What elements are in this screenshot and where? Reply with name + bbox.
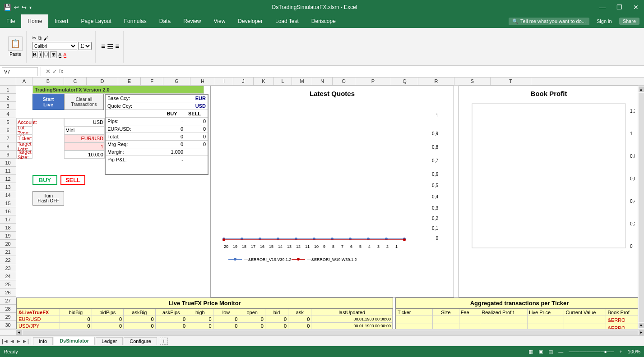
cell-c5[interactable]: USD: [64, 118, 105, 126]
col-header-l[interactable]: L: [274, 78, 292, 85]
horizontal-scrollbar[interactable]: ◄ ►: [0, 329, 644, 335]
zoom-out-button[interactable]: —: [558, 349, 563, 354]
zoom-slider[interactable]: ──────────●──: [569, 349, 614, 354]
undo-icon[interactable]: ↩: [14, 4, 19, 11]
copy-icon[interactable]: ⧉: [38, 35, 42, 41]
maximize-button[interactable]: ❐: [615, 4, 624, 11]
cell-b5[interactable]: [32, 118, 64, 126]
col-header-o[interactable]: O: [333, 78, 355, 85]
turn-flash-button[interactable]: TurnFlash OFF: [32, 191, 64, 206]
tab-home[interactable]: Home: [21, 14, 48, 28]
col-header-s[interactable]: S: [454, 78, 491, 85]
scroll-thumb[interactable]: [639, 93, 644, 322]
scroll-up-button[interactable]: ▲: [639, 87, 644, 92]
tab-configure[interactable]: Configure: [124, 337, 157, 345]
align-left-icon[interactable]: ≡: [101, 42, 105, 51]
tab-nav-buttons[interactable]: |◄ ◄ ► ►|: [0, 337, 31, 345]
col-header-q[interactable]: Q: [391, 78, 418, 85]
col-header-p[interactable]: P: [355, 78, 391, 85]
col-header-b[interactable]: B: [32, 78, 64, 85]
col-header-m[interactable]: M: [292, 78, 312, 85]
tab-nav-first[interactable]: |◄: [2, 338, 9, 344]
tab-nav-next[interactable]: ►: [16, 338, 21, 344]
font-size-select[interactable]: 11: [78, 42, 92, 50]
hscroll-thumb[interactable]: [23, 330, 638, 335]
col-header-h[interactable]: H: [190, 78, 215, 85]
ribbon-search[interactable]: Tell me what you want to do...: [520, 18, 586, 24]
redo-icon[interactable]: ↪: [22, 4, 27, 11]
buy-button[interactable]: BUY: [32, 175, 57, 185]
tab-insert[interactable]: Insert: [48, 14, 74, 28]
grid-area[interactable]: TradingSimulatorFX Version 2.0 StartLive…: [16, 86, 638, 329]
quick-access-toolbar[interactable]: 💾 ↩ ↪ ▾: [4, 4, 32, 11]
tab-developer[interactable]: Developer: [232, 14, 269, 28]
sell-button[interactable]: SELL: [60, 175, 85, 185]
cell-a6[interactable]: Lot Type:: [16, 126, 32, 134]
tab-data[interactable]: Data: [153, 14, 177, 28]
minimize-button[interactable]: —: [598, 4, 607, 11]
name-box[interactable]: V7: [2, 67, 38, 76]
tab-ledger[interactable]: Ledger: [96, 337, 123, 345]
formula-input[interactable]: [67, 69, 642, 74]
font-family-select[interactable]: Calibri: [32, 42, 77, 50]
save-icon[interactable]: 💾: [4, 4, 11, 11]
cancel-formula-icon[interactable]: ✕: [46, 68, 51, 75]
col-header-r[interactable]: R: [418, 78, 454, 85]
share-button[interactable]: Share: [619, 18, 639, 25]
scroll-right-button[interactable]: ►: [639, 330, 644, 335]
underline-button[interactable]: U: [43, 51, 49, 58]
cell-c6[interactable]: Mini: [64, 126, 105, 134]
tab-file[interactable]: File: [0, 14, 21, 28]
add-sheet-button[interactable]: +: [160, 338, 168, 345]
col-header-c[interactable]: C: [64, 78, 87, 85]
tab-dssimulator[interactable]: DsSimulator: [54, 337, 95, 345]
col-header-f[interactable]: F: [141, 78, 163, 85]
scroll-down-button[interactable]: ▼: [639, 323, 644, 328]
tab-view[interactable]: View: [208, 14, 232, 28]
start-live-button[interactable]: StartLive: [32, 94, 64, 110]
col-header-k[interactable]: K: [254, 78, 274, 85]
bold-button[interactable]: B: [32, 51, 37, 58]
confirm-formula-icon[interactable]: ✓: [52, 68, 57, 75]
col-header-j[interactable]: J: [233, 78, 254, 85]
vertical-scrollbar[interactable]: ▲ ▼: [638, 86, 644, 329]
cell-a9[interactable]: Target Size:: [16, 151, 32, 159]
col-header-a[interactable]: A: [16, 78, 32, 85]
font-color-button[interactable]: A̲: [63, 52, 67, 58]
tab-load-test[interactable]: Load Test: [269, 14, 305, 28]
col-header-e[interactable]: E: [118, 78, 141, 85]
cell-c8[interactable]: 1: [64, 142, 105, 151]
col-header-n[interactable]: N: [312, 78, 333, 85]
close-button[interactable]: ✕: [631, 4, 640, 11]
cell-c7[interactable]: EUR/USD: [64, 134, 105, 142]
page-layout-icon[interactable]: ▦: [528, 349, 533, 355]
format-painter-icon[interactable]: 🖌: [43, 36, 48, 41]
col-header-d[interactable]: D: [87, 78, 118, 85]
tab-review[interactable]: Review: [177, 14, 207, 28]
tab-deriscope[interactable]: Deriscope: [305, 14, 342, 28]
paste-label: Paste: [9, 52, 21, 57]
scroll-left-button[interactable]: ◄: [16, 330, 22, 335]
col-header-g[interactable]: G: [163, 78, 190, 85]
sign-in-button[interactable]: Sign in: [597, 18, 612, 24]
page-break-icon[interactable]: ▤: [548, 349, 553, 355]
tab-formulas[interactable]: Formulas: [118, 14, 153, 28]
tab-nav-prev[interactable]: ◄: [9, 338, 15, 344]
tab-nav-last[interactable]: ►|: [22, 338, 29, 344]
normal-view-icon[interactable]: ▣: [538, 349, 543, 355]
col-header-i[interactable]: I: [215, 78, 233, 85]
cell-c9[interactable]: 10.000: [64, 151, 105, 159]
tab-page-layout[interactable]: Page Layout: [74, 14, 117, 28]
paste-button[interactable]: 📋: [8, 37, 23, 51]
col-header-t[interactable]: T: [491, 78, 531, 85]
align-right-icon[interactable]: ≡: [115, 42, 119, 51]
italic-button[interactable]: I: [39, 51, 42, 58]
insert-function-icon[interactable]: fx: [59, 68, 63, 75]
tab-info[interactable]: Info: [33, 337, 53, 345]
clear-all-button[interactable]: Clear allTransactions: [64, 94, 104, 110]
borders-button[interactable]: ⊞: [50, 51, 57, 58]
align-center-icon[interactable]: ☰: [107, 42, 113, 51]
cut-icon[interactable]: ✂: [32, 35, 36, 41]
zoom-in-button[interactable]: +: [619, 349, 622, 354]
fill-color-button[interactable]: A̲: [58, 52, 62, 58]
